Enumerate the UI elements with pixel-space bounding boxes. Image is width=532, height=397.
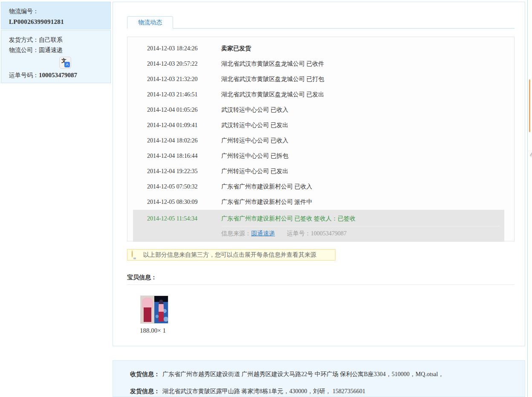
trace-desc: 广东省广州市建设新村公司 派件中 bbox=[221, 198, 514, 206]
item-divider bbox=[127, 284, 515, 285]
logistics-no-value: LP00026399091281 bbox=[9, 17, 110, 27]
logistics-no-label: 物流编号： bbox=[9, 6, 110, 17]
trace-row[interactable]: 2014-12-03 21:32:20湖北省武汉市黄陂区盘龙城公司 已打包 bbox=[127, 72, 514, 87]
trace-time: 2014-12-03 20:57:22 bbox=[147, 61, 221, 67]
product-art-right bbox=[154, 296, 168, 323]
lightbulb-icon bbox=[132, 251, 137, 259]
receiver-label: 收货信息： bbox=[130, 371, 160, 377]
logistics-company-label: 物流公司： bbox=[9, 47, 39, 53]
trace-row[interactable]: 2014-12-04 18:02:26广州转运中心公司 已收入 bbox=[127, 133, 514, 148]
trace-time: 2014-12-03 21:32:20 bbox=[147, 76, 221, 83]
source-waybill: 运单号：100053479087 bbox=[287, 230, 347, 237]
trace-time: 2014-12-04 19:22:35 bbox=[147, 168, 221, 175]
source-label: 信息来源： bbox=[221, 230, 251, 237]
address-info-box: 收货信息：广东省广州市越秀区建设街道 广州越秀区建设大马路22号 中环广场 保利… bbox=[113, 360, 525, 397]
trace-desc: 广州转运中心公司 已发出 bbox=[221, 168, 514, 175]
trace-source-line: 信息来源：圆通速递运单号：100053479087 bbox=[221, 226, 500, 238]
trace-time: 2014-12-05 11:54:34 bbox=[147, 215, 221, 222]
shipping-method-row: 发货方式：自己联系 bbox=[9, 35, 110, 45]
sender-info-row: 发货信息：湖北省武汉市黄陂区露甲山路 蒋家湾8栋1单元，430000，刘研， 1… bbox=[130, 387, 525, 396]
receiver-info-row: 收货信息：广东省广州市越秀区建设街道 广州越秀区建设大马路22号 中环广场 保利… bbox=[130, 370, 525, 379]
trace-row[interactable]: 2014-12-05 07:50:32广东省广州市建设新村公司 已收入 bbox=[127, 179, 514, 194]
trace-desc: 湖北省武汉市黄陂区盘龙城公司 已打包 bbox=[221, 75, 514, 83]
tip-text: 以上部分信息来自第三方，您可以点击展开每条信息并查看其来源 bbox=[143, 251, 316, 259]
trace-row[interactable]: 2014-12-03 21:46:51湖北省武汉市黄陂区盘龙城公司 已发出 bbox=[127, 87, 514, 102]
shipping-info-box: 发货方式：自己联系 物流公司：圆通速递 文 A 运单号码：10005347908… bbox=[1, 30, 111, 83]
translate-icon-a: A bbox=[64, 62, 70, 67]
trace-desc: 广东省广州市建设新村公司 已签收 签收人：已签收 bbox=[221, 215, 504, 223]
trace-row-signed-highlight[interactable]: 2014-12-05 11:54:34广东省广州市建设新村公司 已签收 签收人：… bbox=[133, 210, 504, 242]
trace-time: 2014-12-03 18:24:26 bbox=[147, 45, 221, 52]
trace-desc: 湖北省武汉市黄陂区盘龙城公司 已收件 bbox=[221, 60, 514, 68]
sender-value: 湖北省武汉市黄陂区露甲山路 蒋家湾8栋1单元，430000，刘研， 158273… bbox=[162, 388, 365, 394]
trace-row[interactable]: 2014-12-05 11:54:34广东省广州市建设新村公司 已签收 签收人：… bbox=[133, 212, 504, 225]
tab-logistics-status[interactable]: 物流动态 bbox=[127, 16, 173, 29]
logistics-id-box: 物流编号： LP00026399091281 bbox=[1, 2, 111, 29]
trace-time: 2014-12-04 01:09:41 bbox=[147, 122, 221, 129]
trace-row[interactable]: 2014-12-05 08:30:09广东省广州市建设新村公司 派件中 bbox=[127, 194, 514, 210]
scrollbar-thumb[interactable] bbox=[529, 79, 530, 132]
third-party-tip: 以上部分信息来自第三方，您可以点击展开每条信息并查看其来源 bbox=[127, 249, 335, 261]
corner-fold-icon bbox=[528, 150, 532, 161]
page-edge-line bbox=[527, 0, 528, 397]
logistics-company-value: 圆通速递 bbox=[39, 47, 63, 53]
trace-desc: 广州转运中心公司 已收入 bbox=[221, 137, 514, 145]
shipping-method-value: 自己联系 bbox=[39, 37, 63, 43]
logistics-detail-panel: 物流动态 2014-12-03 18:24:26卖家已发货2014-12-03 … bbox=[113, 2, 525, 346]
trace-row[interactable]: 2014-12-03 18:24:26卖家已发货 bbox=[127, 41, 514, 56]
tab-bar: 物流动态 bbox=[127, 17, 515, 29]
trace-desc: 广州转运中心公司 已拆包 bbox=[221, 152, 514, 160]
trace-desc: 武汉转运中心公司 已发出 bbox=[221, 122, 514, 129]
translate-icon[interactable]: 文 A bbox=[59, 57, 71, 69]
trace-list-panel: 2014-12-03 18:24:26卖家已发货2014-12-03 20:57… bbox=[127, 37, 515, 241]
waybill-label: 运单号码： bbox=[9, 72, 39, 78]
source-company-link[interactable]: 圆通速递 bbox=[251, 230, 275, 237]
trace-desc: 卖家已发货 bbox=[221, 45, 514, 52]
trace-row[interactable]: 2014-12-04 18:16:44广州转运中心公司 已拆包 bbox=[127, 148, 514, 164]
product-photo-left bbox=[141, 296, 154, 323]
trace-time: 2014-12-04 01:05:26 bbox=[147, 107, 221, 113]
item-section-title: 宝贝信息： bbox=[127, 274, 157, 281]
shipping-method-label: 发货方式： bbox=[9, 37, 39, 43]
receiver-value: 广东省广州市越秀区建设街道 广州越秀区建设大马路22号 中环广场 保利公寓B座3… bbox=[162, 371, 444, 377]
trace-desc: 广东省广州市建设新村公司 已收入 bbox=[221, 183, 514, 191]
waybill-value: 100053479087 bbox=[39, 72, 77, 78]
trace-desc: 湖北省武汉市黄陂区盘龙城公司 已发出 bbox=[221, 91, 514, 99]
trace-time: 2014-12-04 18:02:26 bbox=[147, 137, 221, 144]
timeline-list: 2014-12-03 18:24:26卖家已发货2014-12-03 20:57… bbox=[127, 41, 514, 242]
trace-time: 2014-12-05 07:50:32 bbox=[147, 183, 221, 190]
logistics-company-row: 物流公司：圆通速递 bbox=[9, 45, 110, 55]
item-price-quantity: 188.00× 1 bbox=[140, 327, 166, 334]
trace-row[interactable]: 2014-12-04 01:09:41武汉转运中心公司 已发出 bbox=[127, 118, 514, 133]
trace-row[interactable]: 2014-12-04 19:22:35广州转运中心公司 已发出 bbox=[127, 164, 514, 179]
trace-time: 2014-12-04 18:16:44 bbox=[147, 153, 221, 159]
trace-row[interactable]: 2014-12-03 20:57:22湖北省武汉市黄陂区盘龙城公司 已收件 bbox=[127, 56, 514, 72]
trace-row[interactable]: 2014-12-04 01:05:26武汉转运中心公司 已收入 bbox=[127, 102, 514, 118]
sender-label: 发货信息： bbox=[130, 388, 160, 394]
trace-desc: 武汉转运中心公司 已收入 bbox=[221, 106, 514, 114]
product-thumbnail[interactable] bbox=[141, 296, 168, 323]
trace-time: 2014-12-05 08:30:09 bbox=[147, 199, 221, 206]
waybill-row: 运单号码：100053479087 bbox=[9, 70, 110, 81]
trace-time: 2014-12-03 21:46:51 bbox=[147, 91, 221, 98]
